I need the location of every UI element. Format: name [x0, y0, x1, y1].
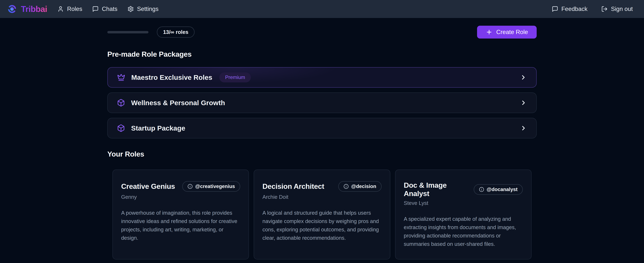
sign-out-label: Sign out	[611, 5, 633, 12]
chevron-right-icon	[520, 125, 527, 132]
roles-progress-bar	[107, 31, 148, 33]
role-card-creative-genius[interactable]: Creative Genius @creativegenius Genny A …	[112, 170, 249, 260]
create-role-label: Create Role	[496, 29, 528, 35]
premium-badge: Premium	[219, 72, 251, 82]
chevron-right-icon	[520, 99, 527, 106]
plus-icon	[486, 29, 492, 35]
sign-out-button[interactable]: Sign out	[601, 5, 633, 12]
role-card-subtitle: Archie Doit	[262, 194, 382, 200]
role-handle: @docanalyst	[487, 187, 518, 192]
roles-count-badge: 13/∞ roles	[157, 26, 194, 38]
role-handle-badge[interactable]: @docanalyst	[474, 184, 523, 195]
roles-page: 13/∞ roles Create Role Pre-made Role Pac…	[107, 26, 537, 263]
feedback-label: Feedback	[562, 5, 588, 12]
role-card-description: A logical and structured guide that help…	[262, 209, 382, 242]
main-nav: Roles Chats Settings	[57, 5, 158, 12]
app-header: Tribbai Roles Chats Settings	[0, 0, 644, 18]
info-icon	[344, 184, 349, 189]
role-card-subtitle: Genny	[121, 194, 240, 200]
feedback-button[interactable]: Feedback	[552, 5, 588, 12]
role-card-doc-image-analyst[interactable]: Doc & Image Analyst @docanalyst Steve Ly…	[395, 170, 532, 260]
package-title: Startup Package	[131, 124, 185, 132]
create-role-button[interactable]: Create Role	[477, 26, 537, 38]
role-card-title: Doc & Image Analyst	[404, 181, 474, 198]
user-icon	[57, 6, 64, 12]
role-handle-badge[interactable]: @creativegenius	[182, 181, 240, 192]
info-icon	[479, 187, 484, 192]
nav-chats[interactable]: Chats	[92, 5, 118, 12]
package-title: Wellness & Personal Growth	[131, 99, 225, 107]
role-card-title: Decision Architect	[262, 182, 324, 191]
package-icon	[117, 124, 125, 132]
message-icon	[92, 6, 99, 12]
role-card-decision-architect[interactable]: Decision Architect @decision Archie Doit…	[254, 170, 390, 260]
nav-roles[interactable]: Roles	[57, 5, 82, 12]
info-icon	[188, 184, 193, 189]
section-title-packages: Pre-made Role Packages	[107, 50, 537, 58]
message-icon	[552, 6, 558, 12]
logout-icon	[601, 6, 608, 12]
brand[interactable]: Tribbai	[8, 4, 47, 14]
nav-settings-label: Settings	[137, 5, 158, 12]
role-card-description: A powerhouse of imagination, this role p…	[121, 209, 240, 242]
brand-name: Tribbai	[21, 4, 47, 14]
app-logo-icon	[8, 4, 17, 14]
role-handle: @decision	[351, 184, 376, 189]
role-handle-badge[interactable]: @decision	[338, 181, 382, 192]
role-card-title: Creative Genius	[121, 182, 175, 191]
role-card-subtitle: Steve Lyst	[404, 200, 523, 206]
gear-icon	[128, 6, 134, 12]
roles-toolbar: 13/∞ roles Create Role	[107, 26, 537, 38]
nav-settings[interactable]: Settings	[128, 5, 158, 12]
crown-icon	[117, 73, 125, 81]
package-row-maestro[interactable]: Maestro Exclusive Roles Premium	[107, 67, 537, 88]
nav-roles-label: Roles	[67, 5, 82, 12]
package-icon	[117, 99, 125, 107]
header-actions: Feedback Sign out	[552, 5, 633, 12]
role-card-description: A specialized expert capable of analyzin…	[404, 215, 523, 248]
role-handle: @creativegenius	[195, 184, 235, 189]
package-row-startup[interactable]: Startup Package	[107, 118, 537, 138]
package-title: Maestro Exclusive Roles	[131, 73, 212, 81]
package-row-wellness[interactable]: Wellness & Personal Growth	[107, 92, 537, 113]
section-title-your-roles: Your Roles	[107, 150, 537, 158]
nav-chats-label: Chats	[102, 5, 118, 12]
role-cards-grid: Creative Genius @creativegenius Genny A …	[107, 170, 537, 260]
chevron-right-icon	[520, 74, 527, 81]
